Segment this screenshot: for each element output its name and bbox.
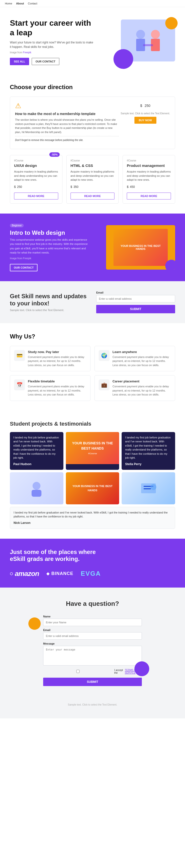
- why-item-3: 📅 Flexible timetable Convenient payment …: [10, 375, 91, 401]
- binance-label: BINANCE: [51, 571, 73, 576]
- course-card-1: -50% #Course UX/UI design Acquire master…: [10, 155, 62, 204]
- test-img-2: [10, 472, 63, 504]
- why-icon-1: 💳: [14, 350, 25, 361]
- svg-point-11: [151, 484, 156, 490]
- email-right: Email SUBMIT: [96, 291, 175, 313]
- companies-logos: ⬡ amazon ◆ BINANCE EVGA: [10, 570, 175, 578]
- nav-contact[interactable]: Contact: [28, 2, 37, 5]
- intro-section: Beginner Intro to Web design This compre…: [0, 214, 185, 281]
- course-amount-1: 250: [17, 185, 22, 189]
- terms-prefix: I accept the: [114, 669, 123, 674]
- membership-price: $ 250: [121, 102, 170, 112]
- course-title-1: UX/UI design: [14, 163, 58, 167]
- hero-description: Want your future to start right now? We'…: [10, 40, 94, 49]
- amazon-icon: ⬡: [10, 572, 13, 576]
- message-input[interactable]: [43, 646, 142, 665]
- course-card-2: #Course HTML & CSS Acquire mastery in le…: [66, 155, 119, 204]
- course-btn-3[interactable]: READ MORE: [127, 192, 171, 199]
- course-price-2: $ 350: [70, 184, 115, 190]
- intro-credit: Image from Freepik: [10, 256, 89, 260]
- terms-checkbox[interactable]: [43, 670, 113, 673]
- why-title-1: Study now. Pay later: [28, 350, 86, 354]
- contact-section: Have a question? Name Email Message I ac…: [0, 588, 185, 718]
- price-value: 250: [145, 104, 150, 107]
- why-grid: 💳 Study now. Pay later Convenient paymen…: [10, 346, 175, 401]
- course-amount-2: 350: [73, 185, 79, 189]
- intro-image-inner: YOUR BUSINESS IN THE BEST HANDS: [114, 229, 168, 266]
- course-btn-2[interactable]: READ MORE: [70, 192, 115, 199]
- companies-section: Just some of the places where eSkill gra…: [0, 539, 185, 588]
- choose-title: Choose your direction: [10, 84, 175, 91]
- logo-amazon: ⬡ amazon: [10, 570, 39, 578]
- intro-description: This comprehensive webinar gives you the…: [10, 238, 89, 255]
- membership-note: Don't forget to remove this message befo…: [15, 136, 119, 142]
- membership-body: The section below is where you should sh…: [15, 118, 119, 134]
- test-card-6: [122, 472, 175, 504]
- courses-container: -50% #Course UX/UI design Acquire master…: [10, 155, 175, 204]
- course-title-3: Product management: [127, 163, 171, 167]
- test-card-5: YOUR BUSINESS IN THE BEST HANDS: [66, 472, 119, 504]
- name-input[interactable]: [43, 619, 142, 626]
- why-icon-4: 💼: [99, 379, 110, 390]
- svg-rect-7: [32, 490, 41, 497]
- contact-title: Have a question?: [10, 600, 175, 608]
- test-text-1: I landed my first job before graduation …: [13, 435, 60, 460]
- message-label: Message: [43, 642, 142, 645]
- nav-home[interactable]: Home: [5, 2, 12, 5]
- logo-binance: ◆ BINANCE: [47, 571, 73, 576]
- why-title-4: Career placement: [113, 379, 171, 383]
- course-currency-2: $: [70, 185, 72, 189]
- email-left: Get Skill news and updates to your inbox…: [10, 293, 89, 312]
- hero-text: Start your career with a leap Want your …: [10, 18, 94, 65]
- test-text-3: I landed my first job before graduation …: [125, 435, 172, 460]
- course-badge-1: #Course: [14, 159, 58, 162]
- contact-circle-orange: [28, 617, 41, 630]
- test-img-4: [122, 472, 175, 504]
- hero-section: Start your career with a leap Want your …: [0, 7, 185, 74]
- nav-about[interactable]: About: [16, 2, 24, 5]
- amazon-label: amazon: [15, 570, 39, 578]
- why-section: Why Us? 💳 Study now. Pay later Convenien…: [0, 323, 185, 411]
- testimonials-section: Student projects & testimonials I landed…: [0, 411, 185, 539]
- hero-circle-orange: [165, 17, 178, 29]
- buy-now-button[interactable]: BUY NOW: [134, 117, 156, 124]
- companies-title: Just some of the places where eSkill gra…: [10, 549, 96, 562]
- why-desc-4: Convenient payment plans enable you to d…: [113, 384, 171, 397]
- hero-credit-link[interactable]: Freepik: [23, 51, 31, 54]
- our-contact-button[interactable]: OUR CONTACT: [32, 58, 59, 65]
- why-desc-1: Convenient payment plans enable you to d…: [28, 355, 86, 367]
- intro-title: Intro to Web design: [10, 229, 89, 236]
- svg-point-6: [33, 482, 40, 490]
- test-img-1: YOUR BUSINESS IN THE BEST HANDS #Course: [66, 432, 119, 464]
- course-btn-1[interactable]: READ MORE: [14, 192, 58, 199]
- email-sample: Sample text. Click to select the Text El…: [10, 309, 89, 312]
- email-label: Email: [96, 291, 175, 294]
- contact-submit-button[interactable]: SUBMIT: [43, 678, 142, 686]
- test-card-1: I landed my first job before graduation …: [10, 432, 63, 470]
- navbar: Home About Contact: [0, 0, 185, 7]
- discount-badge-1: -50%: [49, 152, 60, 157]
- course-card-3: #Course Product management Acquire maste…: [123, 155, 175, 204]
- membership-heading: How to make the most of a membership tem…: [15, 112, 119, 116]
- intro-tag: Beginner: [10, 224, 24, 227]
- test-author-3: Stella Perry: [125, 462, 172, 466]
- hero-title: Start your career with a leap: [10, 18, 94, 37]
- why-title-2: Learn anywhere: [113, 350, 171, 354]
- warning-icon: ⚠: [15, 102, 119, 110]
- test-img-text-1: YOUR BUSINESS IN THE BEST HANDS: [68, 441, 117, 451]
- binance-icon: ◆: [47, 571, 49, 576]
- why-content-3: Flexible timetable Convenient payment pl…: [28, 379, 86, 397]
- why-item-4: 💼 Career placement Convenient payment pl…: [94, 375, 175, 401]
- currency: $: [140, 104, 142, 107]
- choose-section: Choose your direction ⚠ How to make the …: [0, 74, 185, 214]
- course-currency-3: $: [127, 185, 128, 189]
- email-input[interactable]: [96, 295, 175, 302]
- course-badge-3: #Course: [127, 159, 171, 162]
- intro-contact-button[interactable]: OUR CONTACT: [10, 264, 37, 271]
- see-all-button[interactable]: SEE ALL: [10, 58, 29, 65]
- why-title-3: Flexible timetable: [28, 379, 86, 383]
- svg-rect-10: [144, 488, 151, 489]
- email-submit-button[interactable]: SUBMIT: [96, 305, 175, 313]
- course-amount-3: 450: [130, 185, 135, 189]
- email-form-input[interactable]: [43, 632, 142, 640]
